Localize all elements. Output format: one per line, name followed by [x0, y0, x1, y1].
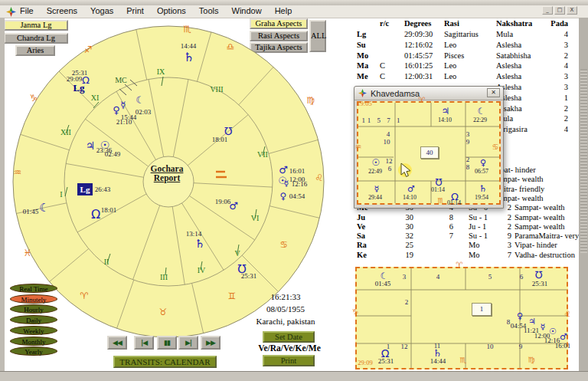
tara-number-cell: 3	[508, 241, 511, 250]
minimize-button[interactable]: _	[542, 6, 553, 15]
tara-number-cell: 2	[508, 204, 511, 212]
window-frame-left	[0, 18, 5, 371]
degrees-cell: 01:45:57	[404, 52, 433, 61]
pada-cell: 3	[564, 73, 568, 81]
planet-cell: Ve	[357, 223, 365, 232]
pada-cell: 3	[564, 84, 568, 92]
column-header: Rasi	[444, 20, 459, 28]
retro-combust-cell: C	[380, 73, 385, 81]
nakshatra-cell: Mula	[496, 31, 513, 39]
value-cell: 19	[406, 251, 414, 260]
pada-cell: 1	[564, 94, 568, 103]
close-button[interactable]: X	[567, 6, 577, 15]
planet-cell: Ju	[357, 214, 365, 222]
planet-sequence-label: Ve/Ra/Ve/Ke/Me	[255, 343, 324, 353]
lord-cell: Mo	[469, 251, 480, 260]
lord-cell: Mo	[469, 241, 480, 250]
clock-panel: 16:21:33 08/05/1955 Karachi, pakistan	[240, 292, 332, 329]
window-frame-grip	[580, 69, 587, 253]
close-icon[interactable]: ✕	[487, 88, 500, 97]
pada-cell: 4	[564, 126, 568, 134]
set-date-button[interactable]: Set Date	[263, 331, 315, 343]
tara-number-cell: 2	[508, 223, 511, 232]
rasi-cell: Sagittarius	[444, 31, 479, 39]
rasi-cell: Leo	[444, 41, 456, 50]
mouse-cursor	[397, 161, 415, 181]
app-icon	[358, 89, 367, 97]
khavedamsa-window: Khavedamsa ✕ 19:0511 5 7 1♃14:10☾22:2941…	[354, 86, 504, 209]
rasi-cell: Leo	[444, 62, 456, 71]
column-header: r/c	[380, 20, 389, 28]
pada-cell: 4	[564, 31, 568, 39]
window-controls: _□X	[542, 6, 577, 15]
interval-weekly[interactable]: Weekly	[10, 326, 57, 335]
planet-cell: Lg	[357, 31, 366, 39]
planet-cell: Ra	[357, 241, 367, 250]
tara-number-cell: 9	[508, 232, 511, 241]
interval-minutely[interactable]: Minutely	[10, 294, 57, 304]
rewind-button[interactable]: ◀◀	[107, 336, 127, 350]
restore-button[interactable]: □	[554, 6, 565, 15]
lord-cell: Su - 1	[469, 214, 488, 222]
value-cell: 30	[406, 223, 414, 232]
interval-daily[interactable]: Daily	[10, 315, 57, 324]
tara-number-cell: 2	[508, 214, 511, 222]
pada-cell: 4	[564, 62, 568, 71]
degrees-cell: 16:01:25	[404, 62, 433, 71]
planet-cell: Me	[357, 73, 368, 81]
window-frame-bottom	[0, 371, 588, 381]
interval-real-time[interactable]: Real Time	[10, 284, 57, 293]
planet-cell: Ke	[357, 251, 367, 260]
planet-cell: Sa	[357, 232, 365, 241]
nakshatra-cell: Aslesha	[496, 73, 521, 81]
value-cell: 7	[449, 232, 453, 241]
tara-result-cell: Vipat- hinder	[514, 241, 557, 250]
value-cell: 25	[406, 241, 414, 250]
interval-monthly[interactable]: Monthly	[10, 337, 57, 346]
step-back-button[interactable]: |◀	[134, 336, 154, 350]
column-header: Degrees	[404, 20, 431, 28]
wheel-center-line2: Report	[136, 173, 198, 182]
lord-cell: Su - 1	[469, 232, 488, 241]
pada-cell: 2	[564, 115, 568, 123]
rasi-chart-grid	[357, 268, 567, 368]
khavedamsa-titlebar[interactable]: Khavedamsa ✕	[354, 87, 503, 100]
tara-number-cell: 7	[508, 251, 511, 260]
nakshatra-cell: Satabhisha	[496, 52, 531, 61]
time-display: 16:21:33	[240, 292, 332, 301]
degrees-cell: 12:16:02	[404, 41, 433, 50]
rasi-cell: Leo	[444, 73, 456, 81]
planet-cell: Su	[357, 41, 366, 50]
tara-result-cell: Sampat- wealth	[514, 204, 565, 212]
tara-result-cell: Vadha- destruction	[514, 251, 575, 260]
degrees-cell: 12:00:31	[404, 73, 433, 81]
fast-forward-button[interactable]: ▶▶	[201, 336, 220, 350]
planet-cell: Mo	[357, 52, 368, 61]
pada-cell: 3	[564, 41, 568, 50]
tara-result-cell: Sampat- wealth	[514, 214, 565, 222]
lord-cell: Ju - 1	[469, 223, 486, 232]
transits-calendar-button[interactable]: TRANSITS: CALENDAR	[113, 356, 217, 368]
pada-cell: 2	[564, 52, 568, 61]
wheel-center-label: Gochara Report	[136, 164, 198, 182]
column-header: Pada	[550, 20, 568, 28]
value-cell: 8	[449, 214, 453, 222]
pada-cell: 2	[564, 105, 568, 113]
rasi-chart	[355, 267, 568, 370]
step-forward-button[interactable]: ▶|	[178, 336, 198, 350]
nakshatra-cell: Aslesha	[496, 41, 521, 50]
value-cell: 30	[406, 214, 414, 222]
value-cell: 32	[406, 232, 414, 241]
nakshatra-cell: Aslesha	[496, 62, 521, 71]
transit-lagna-marker: Lg	[77, 183, 93, 195]
print-button[interactable]: Print	[263, 355, 315, 366]
degrees-cell: 29:09:30	[404, 31, 433, 39]
place-display: Karachi, pakistan	[240, 317, 332, 326]
retro-combust-cell: C	[380, 62, 385, 71]
date-display: 08/05/1955	[240, 304, 332, 314]
application-window: FileScreensYogasPrintOptionsToolsWindowH…	[0, 0, 588, 381]
tara-result-cell: Sampat- wealth	[514, 223, 565, 232]
pause-button[interactable]: ▮▮	[157, 336, 177, 350]
tara-result-cell: ParamaMaitra- very friendly	[514, 232, 588, 241]
planet-cell: Ma	[357, 62, 368, 71]
